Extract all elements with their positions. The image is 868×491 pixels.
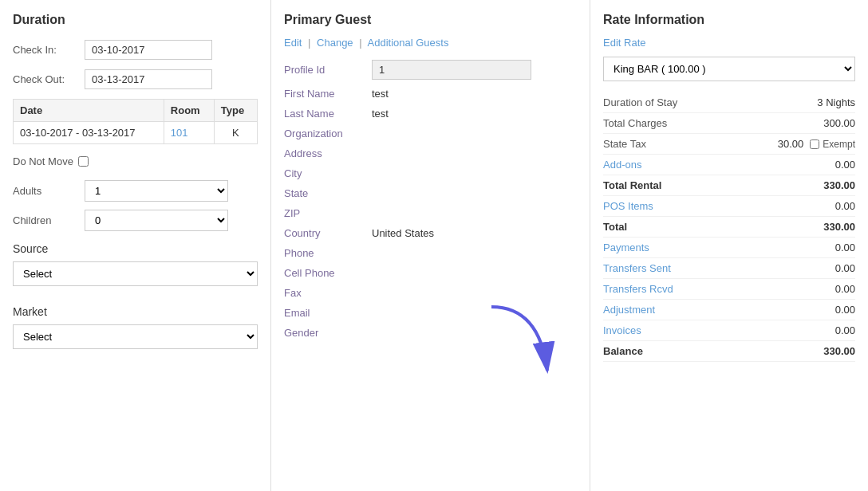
rate-details-table: Duration of Stay 3 Nights Total Charges … [603, 92, 855, 362]
fax-row: Fax [284, 287, 577, 299]
organization-row: Organization [284, 128, 577, 139]
check-out-input[interactable] [85, 69, 212, 89]
adjustment-value: 0.00 [791, 304, 855, 316]
total-charges-row: Total Charges 300.00 [603, 113, 855, 134]
separator-2: | [359, 37, 361, 49]
state-tax-label: State Tax [603, 138, 740, 150]
balance-row: Balance 330.00 [603, 341, 855, 362]
last-name-value: test [372, 108, 389, 120]
address-row: Address [284, 147, 577, 159]
pos-items-label[interactable]: POS Items [603, 200, 791, 212]
total-charges-value: 300.00 [791, 117, 855, 129]
total-label: Total [603, 221, 791, 233]
primary-guest-panel: Primary Guest Edit | Change | Additional… [271, 0, 590, 491]
primary-guest-title: Primary Guest [284, 13, 577, 27]
transfers-rcvd-row: Transfers Rcvd 0.00 [603, 279, 855, 300]
gender-label: Gender [284, 327, 372, 339]
total-rental-row: Total Rental 330.00 [603, 175, 855, 196]
invoices-label[interactable]: Invoices [603, 324, 791, 336]
edit-rate-link[interactable]: Edit Rate [603, 37, 855, 49]
invoices-value: 0.00 [791, 324, 855, 336]
additional-guests-link[interactable]: Additional Guests [368, 37, 449, 49]
transfers-rcvd-value: 0.00 [791, 283, 855, 295]
pos-items-row: POS Items 0.00 [603, 196, 855, 217]
duration-of-stay-row: Duration of Stay 3 Nights [603, 92, 855, 113]
table-cell-date: 03-10-2017 - 03-13-2017 [14, 122, 164, 144]
exempt-label: Exempt [823, 139, 855, 150]
table-cell-room[interactable]: 101 [164, 122, 214, 144]
adjustment-label[interactable]: Adjustment [603, 304, 791, 316]
check-in-label: Check In: [13, 44, 85, 56]
children-select[interactable]: 0 1 2 [85, 210, 228, 231]
cell-phone-row: Cell Phone [284, 267, 577, 279]
duration-title: Duration [13, 13, 258, 27]
market-title: Market [13, 305, 258, 318]
check-out-label: Check Out: [13, 73, 85, 85]
do-not-move-checkbox[interactable] [78, 156, 89, 167]
zip-row: ZIP [284, 207, 577, 219]
separator-1: | [308, 37, 310, 49]
phone-row: Phone [284, 247, 577, 259]
fax-label: Fax [284, 287, 372, 299]
table-header-room: Room [164, 100, 214, 122]
duration-of-stay-value: 3 Nights [791, 96, 855, 108]
first-name-value: test [372, 88, 389, 100]
source-title: Source [13, 242, 258, 255]
check-out-row: Check Out: [13, 69, 258, 89]
pos-items-value: 0.00 [791, 200, 855, 212]
state-label: State [284, 187, 372, 199]
transfers-rcvd-label[interactable]: Transfers Rcvd [603, 283, 791, 295]
duration-of-stay-label: Duration of Stay [603, 96, 791, 108]
adults-row: Adults 1 2 3 [13, 180, 258, 202]
total-charges-label: Total Charges [603, 117, 791, 129]
adults-select[interactable]: 1 2 3 [85, 180, 228, 202]
transfers-sent-value: 0.00 [791, 262, 855, 274]
phone-label: Phone [284, 247, 372, 259]
source-section: Source Select [13, 242, 258, 297]
check-in-input[interactable] [85, 40, 212, 60]
table-header-date: Date [14, 100, 164, 122]
transfers-sent-label[interactable]: Transfers Sent [603, 262, 791, 274]
transfers-sent-row: Transfers Sent 0.00 [603, 258, 855, 279]
state-row: State [284, 187, 577, 199]
gender-row: Gender [284, 327, 577, 339]
rate-information-title: Rate Information [603, 13, 855, 27]
market-section: Market Select [13, 305, 258, 360]
payments-label[interactable]: Payments [603, 242, 791, 253]
city-label: City [284, 167, 372, 179]
profile-id-input [372, 60, 531, 80]
city-row: City [284, 167, 577, 179]
add-ons-row: Add-ons 0.00 [603, 155, 855, 175]
exempt-container: Exempt [810, 139, 855, 150]
market-select[interactable]: Select [13, 324, 258, 349]
edit-link[interactable]: Edit [284, 37, 302, 49]
main-layout: Duration Check In: Check Out: Date Room … [0, 0, 868, 491]
profile-id-row: Profile Id [284, 60, 577, 80]
add-ons-label[interactable]: Add-ons [603, 159, 791, 171]
balance-value: 330.00 [791, 345, 855, 357]
profile-id-label: Profile Id [284, 64, 372, 76]
cell-phone-label: Cell Phone [284, 267, 372, 279]
total-value: 330.00 [791, 221, 855, 233]
source-select[interactable]: Select [13, 261, 258, 286]
state-tax-row: State Tax 30.00 Exempt [603, 134, 855, 155]
email-label: Email [284, 307, 372, 319]
check-in-row: Check In: [13, 40, 258, 60]
last-name-row: Last Name test [284, 108, 577, 120]
exempt-checkbox[interactable] [810, 139, 819, 149]
table-cell-type: K [214, 122, 257, 144]
adults-label: Adults [13, 185, 85, 197]
children-label: Children [13, 214, 85, 226]
organization-label: Organization [284, 128, 372, 139]
rate-select[interactable]: King BAR ( 100.00 ) [603, 57, 855, 81]
last-name-label: Last Name [284, 108, 372, 120]
payments-value: 0.00 [791, 242, 855, 253]
email-row: Email [284, 307, 577, 319]
total-row: Total 330.00 [603, 217, 855, 238]
total-rental-label: Total Rental [603, 179, 791, 191]
change-link[interactable]: Change [317, 37, 353, 49]
zip-label: ZIP [284, 207, 372, 219]
state-tax-value: 30.00 [740, 138, 803, 150]
date-range-table: Date Room Type 03-10-2017 - 03-13-2017 1… [13, 99, 258, 144]
invoices-row: Invoices 0.00 [603, 320, 855, 341]
